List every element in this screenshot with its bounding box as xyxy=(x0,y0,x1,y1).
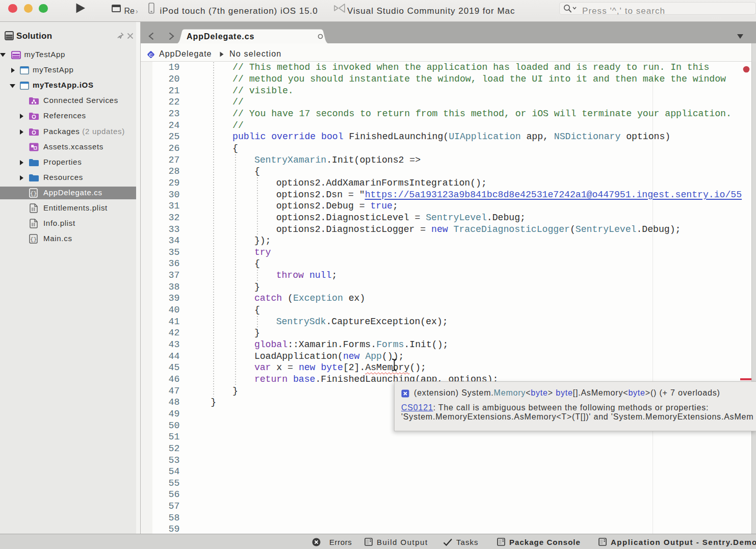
svg-text:C: C xyxy=(149,52,153,58)
svg-text:{}: {} xyxy=(30,237,37,243)
svg-text:{}: {} xyxy=(30,190,37,196)
